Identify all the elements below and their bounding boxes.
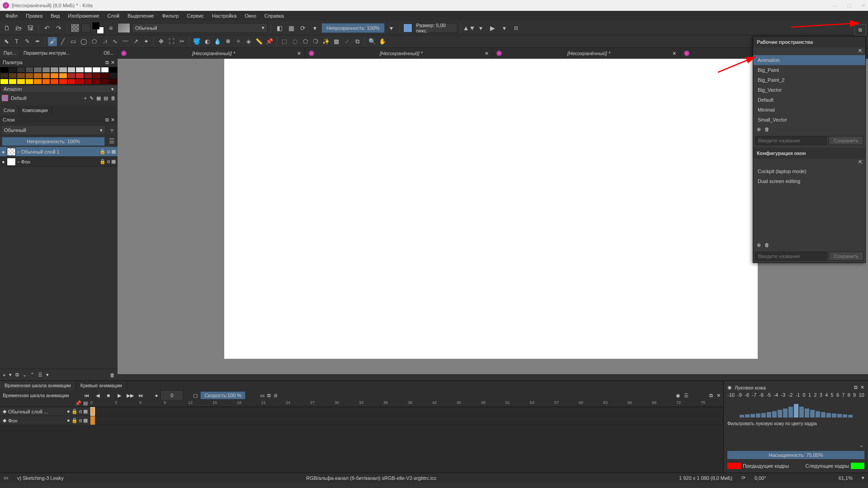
ellipse-tool[interactable]: ◯ — [79, 37, 88, 46]
add-blank-frame-icon[interactable]: ▭ — [260, 393, 264, 399]
select-rect-tool[interactable]: ⬚ — [280, 37, 289, 46]
grid-icon[interactable]: ▦ — [96, 95, 101, 101]
add-dup-frame-icon[interactable]: ⧉ — [267, 393, 271, 399]
wrap-icon[interactable]: ⧈ — [511, 23, 521, 33]
tab-curves[interactable]: Кривые анимации — [76, 381, 127, 391]
menu-tools[interactable]: Сервис — [183, 12, 208, 20]
workspace-button[interactable]: ⧉ — [854, 24, 866, 35]
selection-icon[interactable]: ▭ — [4, 475, 8, 481]
palette-row[interactable] — [0, 73, 118, 79]
menu-edit[interactable]: Правка — [22, 12, 46, 20]
chevron-down-icon[interactable]: ▾ — [310, 23, 320, 33]
lock-icon[interactable]: 🔒 — [99, 149, 106, 155]
float-icon[interactable]: ⧉ — [105, 117, 109, 123]
close-tab-icon[interactable]: ✕ — [485, 51, 489, 56]
dynamic-brush-tool[interactable]: ↗ — [131, 37, 140, 46]
alpha-lock-icon[interactable]: ▦ — [286, 23, 296, 33]
layer-opacity-slider[interactable]: Непрозрачность: 100% — [2, 137, 105, 146]
visibility-icon[interactable]: ● — [2, 149, 5, 155]
horizontal-scrollbar[interactable] — [118, 374, 868, 380]
minimize-icon[interactable]: — — [832, 3, 837, 9]
track-label[interactable]: ◆Фон●🔒α▦ — [0, 416, 90, 425]
delete-icon[interactable]: 🗑 — [111, 95, 116, 101]
polyline-tool[interactable]: ⩘ — [100, 37, 109, 46]
transform-tool[interactable]: ⬉ — [2, 37, 11, 46]
onion-icon[interactable]: ◉ — [676, 393, 680, 399]
visibility-icon[interactable]: ● — [67, 418, 70, 423]
tab-timeline[interactable]: Временная шкала анимации — [0, 381, 76, 391]
text-tool[interactable]: T — [12, 37, 21, 46]
add-icon[interactable]: + — [84, 95, 87, 101]
close-icon[interactable]: ✕ — [860, 385, 864, 390]
edit-icon[interactable]: ✎ — [90, 95, 94, 101]
palette-row[interactable] — [0, 67, 118, 73]
detach-icon[interactable]: ⇱ — [859, 48, 863, 54]
track-cells[interactable] — [90, 407, 723, 416]
rectangle-tool[interactable]: ▭ — [69, 37, 78, 46]
skip-start-icon[interactable]: ⏮ — [83, 391, 91, 399]
color-swatch[interactable] — [403, 23, 412, 33]
document-tab[interactable]: [Несохранённый] *✕ — [118, 48, 305, 59]
menu-filter[interactable]: Фильтр — [158, 12, 182, 20]
freehand-path-tool[interactable]: 〰 — [121, 37, 130, 46]
prev-color-swatch[interactable] — [727, 463, 741, 469]
select-magnetic-tool[interactable]: ⧉ — [353, 37, 362, 46]
bezier-tool[interactable]: ∿ — [110, 37, 119, 46]
menu-select[interactable]: Выделение — [124, 12, 157, 20]
zoom-dropdown-icon[interactable]: ▾ — [862, 475, 864, 481]
gradient-tool[interactable]: ◐ — [203, 37, 212, 46]
menu-icon[interactable]: ▤ — [83, 400, 88, 406]
polygon-tool[interactable]: ⬠ — [90, 37, 99, 46]
crop-tool[interactable]: ✂ — [177, 37, 186, 46]
mirror-v-icon[interactable]: ▶ — [488, 23, 498, 33]
alpha-icon[interactable]: α — [107, 159, 110, 164]
fgbg-colors[interactable] — [92, 22, 104, 34]
line-tool[interactable]: ╱ — [58, 37, 67, 46]
menu-help[interactable]: Справка — [261, 12, 288, 20]
palette-row[interactable] — [0, 79, 118, 84]
menu-settings[interactable]: Настройка — [208, 12, 240, 20]
chevron-down-icon[interactable]: ▾ — [387, 23, 396, 33]
calligraphy-tool[interactable]: ✒ — [33, 37, 42, 46]
redo-icon[interactable]: ↷ — [54, 23, 64, 33]
menu-file[interactable]: Файл — [2, 12, 21, 20]
prev-frame-icon[interactable]: ◀ — [94, 391, 102, 399]
visibility-icon[interactable]: ● — [2, 159, 5, 164]
pattern-swatch[interactable] — [71, 23, 80, 33]
filter-icon[interactable]: ▿ — [107, 125, 117, 135]
color-picker-tool[interactable]: 💧 — [213, 37, 222, 46]
layer-row[interactable]: ●▫Фон🔒α▦ — [0, 157, 118, 167]
properties-icon[interactable]: ☰ — [38, 372, 42, 378]
move-down-icon[interactable]: ⌄ — [23, 372, 27, 378]
document-tab[interactable]: [Несохранённый] *✕ — [305, 48, 493, 59]
move-tool[interactable]: ✥ — [156, 37, 165, 46]
document-tab[interactable]: [Несохранённый] *✕ — [493, 48, 680, 59]
layer-blend-combo[interactable]: Обычный▾ — [1, 125, 106, 135]
speed-input[interactable]: Скорость:100 % — [200, 391, 245, 399]
play-icon[interactable]: ▶ — [115, 391, 123, 399]
fill-tool[interactable]: 🪣 — [192, 37, 201, 46]
rotate-icon[interactable]: ⟳ — [741, 475, 745, 481]
measure-tool[interactable]: 📏 — [255, 37, 264, 46]
visibility-icon[interactable]: ● — [67, 408, 70, 414]
menu-layer[interactable]: Слой — [104, 12, 123, 20]
detach-icon[interactable]: ⇱ — [859, 160, 863, 165]
brush-presets-icon[interactable]: ≡ — [106, 23, 116, 33]
inherit-icon[interactable]: ▦ — [111, 149, 116, 155]
workspace-item[interactable]: Big_Paint_2 — [753, 75, 865, 85]
keyframe[interactable] — [90, 416, 95, 425]
close-icon[interactable]: ✕ — [861, 3, 865, 9]
add-workspace-icon[interactable]: ⊕ — [757, 127, 761, 132]
reference-tool[interactable]: 📌 — [265, 37, 274, 46]
onion-graph[interactable] — [726, 399, 866, 418]
tab-compositions[interactable]: Композиции — [19, 106, 52, 115]
workspace-item[interactable]: Small_Vector — [753, 115, 865, 125]
float-icon[interactable]: ⧉ — [709, 393, 713, 399]
skip-end-icon[interactable]: ⏭ — [137, 391, 145, 399]
save-icon[interactable]: 🖫 — [25, 23, 35, 33]
workspace-item[interactable]: Big_Paint — [753, 65, 865, 75]
menu-view[interactable]: Вид — [47, 12, 63, 20]
lock-icon[interactable]: 🔒 — [71, 408, 78, 414]
float-icon[interactable]: ⧉ — [854, 385, 858, 390]
select-bezier-tool[interactable]: ⟋ — [342, 37, 351, 46]
